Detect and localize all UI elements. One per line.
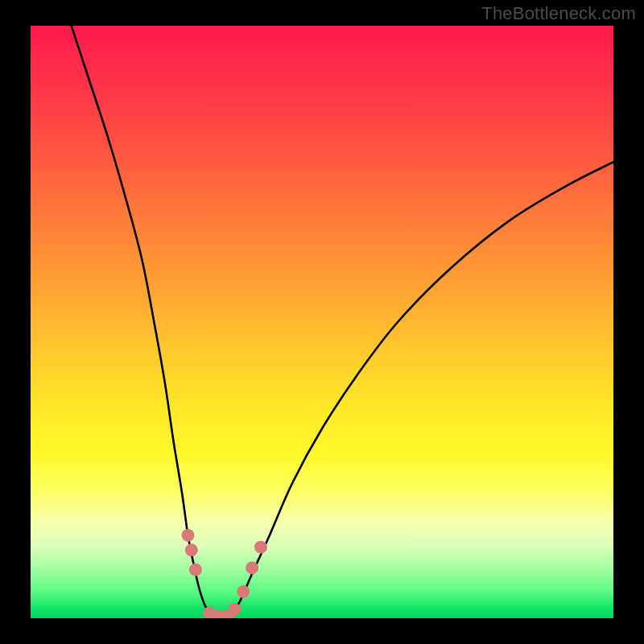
marker-dot — [254, 541, 267, 554]
marker-dot — [185, 543, 198, 556]
marker-dot — [237, 585, 250, 598]
watermark-text: TheBottleneck.com — [481, 3, 636, 24]
marker-dot — [246, 561, 258, 574]
series-left-curve — [72, 26, 212, 615]
marker-dot — [181, 529, 194, 542]
marker-dot — [189, 564, 202, 576]
marker-dot — [228, 603, 241, 616]
series-right-curve — [232, 162, 613, 614]
marker-group — [181, 529, 267, 618]
chart-svg — [31, 26, 613, 618]
curve-group — [72, 26, 613, 617]
chart-frame: TheBottleneck.com — [0, 0, 644, 644]
plot-area — [31, 26, 613, 618]
